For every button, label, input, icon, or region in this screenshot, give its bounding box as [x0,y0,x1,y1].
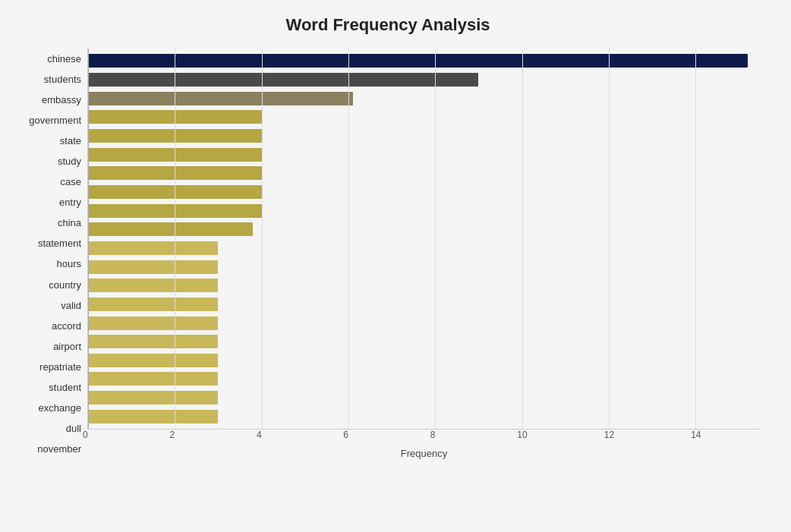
y-label: exchange [39,398,81,417]
y-label: country [49,275,81,294]
bar [88,410,218,423]
bar [88,372,218,386]
bar-row [88,52,761,71]
bar-row [88,313,761,332]
bar [88,279,218,292]
y-label: state [60,131,81,151]
y-label: accord [52,316,81,335]
bar-row [88,370,761,389]
y-axis: chinesestudentsembassygovernmentstatestu… [15,49,87,459]
bar [88,391,218,405]
bar [88,129,262,143]
y-label: hours [56,254,81,274]
x-axis-label: Frequency [87,448,761,459]
chart-title: Word Frequency Analysis [15,15,761,35]
bar-row [88,145,761,164]
bar-row [88,183,761,202]
y-label: government [29,111,81,131]
bar [88,166,262,180]
bar-row [88,164,761,183]
bar-row [88,127,761,146]
bar [88,241,218,255]
bar-row [88,201,761,220]
bar-row [88,257,761,276]
y-label: embassy [42,90,81,110]
bar [88,148,262,162]
bar [88,110,262,124]
bar-row [88,351,761,370]
bar [88,316,218,330]
bar-row [88,389,761,408]
y-label: airport [53,336,81,356]
y-label: november [37,439,81,458]
x-axis: 02468101214 [87,430,761,445]
x-tick: 10 [517,430,527,440]
bar-row [88,71,761,90]
bar-row [88,276,761,295]
bar-row [88,295,761,314]
y-label: student [49,377,81,397]
x-tick: 8 [430,430,436,440]
y-label: china [58,213,81,233]
y-label: repatriate [39,357,81,376]
x-tick: 12 [604,430,614,440]
x-tick: 14 [691,430,701,440]
y-label: chinese [47,49,81,69]
y-label: valid [61,295,81,315]
bar [88,260,218,274]
y-label: study [58,152,81,172]
x-tick: 4 [257,430,262,440]
bar-row [88,332,761,351]
bar-row [88,239,761,258]
chart-container: Word Frequency Analysis chinesestudentse… [0,0,791,532]
bar-row [88,220,761,239]
bar [88,204,262,218]
bar-row [88,89,761,108]
bar [88,54,748,68]
bar [88,92,353,105]
x-tick: 2 [169,430,175,440]
x-tick: 6 [343,430,348,440]
bar-row [88,407,761,426]
bar [88,185,262,199]
bar [88,335,218,348]
y-label: statement [38,234,81,253]
x-tick: 0 [83,430,88,440]
y-label: case [61,172,81,192]
chart-area: chinesestudentsembassygovernmentstatestu… [15,49,761,459]
bars-and-x: 02468101214 Frequency [87,49,761,459]
y-label: students [44,70,81,90]
bar [88,354,218,367]
bars-area [87,49,761,430]
y-label: entry [59,193,81,212]
bar-row [88,108,761,127]
y-label: dull [66,418,81,438]
bar [88,73,478,87]
bar [88,297,218,311]
bar [88,222,253,236]
